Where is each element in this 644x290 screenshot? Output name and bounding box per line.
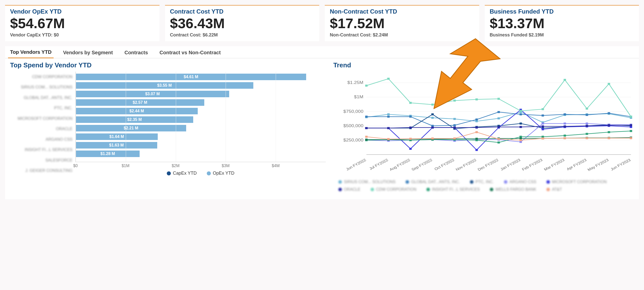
trend-plot[interactable]: $250,000$500,000$750,000$1M$1.25MJun FY2…	[333, 72, 634, 172]
bar-row[interactable]: $2.35 M	[76, 115, 326, 124]
svg-rect-97	[519, 110, 522, 112]
svg-rect-26	[387, 116, 390, 118]
svg-text:Aug FY2022: Aug FY2022	[389, 158, 411, 171]
svg-rect-139	[586, 137, 588, 139]
svg-rect-30	[475, 118, 478, 120]
bar-row[interactable]: $3.07 M	[76, 90, 326, 98]
svg-rect-132	[431, 137, 434, 139]
svg-rect-95	[475, 98, 478, 100]
svg-rect-89	[630, 124, 632, 126]
bar-row[interactable]: $3.55 M	[76, 81, 326, 90]
bar-row[interactable]: $1.28 M	[76, 150, 326, 158]
svg-rect-88	[608, 124, 610, 126]
chart-title: Trend	[333, 61, 634, 69]
trend-legend-item[interactable]: PTC, INC.	[470, 180, 494, 184]
kpi-title: Vendor OpEx YTD	[10, 8, 154, 15]
svg-rect-134	[475, 131, 478, 133]
bar-plot[interactable]: $4.61 M$3.55 M$3.07 M$2.57 M$2.44 M$2.35…	[75, 72, 326, 162]
bar[interactable]: $1.64 M	[76, 133, 158, 140]
svg-rect-66	[409, 148, 412, 150]
bar-category-label: INSIGHT FI...L SERVICES	[10, 146, 72, 154]
svg-rect-100	[586, 108, 588, 110]
bar-legend: CapEx YTD OpEx YTD	[75, 171, 326, 176]
svg-rect-131	[409, 138, 412, 140]
svg-text:Jan FY2023: Jan FY2023	[499, 158, 521, 171]
svg-rect-114	[608, 131, 610, 133]
trend-legend-item[interactable]: CDW CORPORATION	[371, 187, 417, 192]
svg-rect-138	[564, 137, 566, 139]
trend-chart: Trend $250,000$500,000$750,000$1M$1.25MJ…	[333, 61, 634, 192]
svg-rect-32	[519, 113, 522, 115]
bar-x-axis: $0$1M$2M$3M$4M	[75, 164, 326, 169]
chart-title: Top Spend by Vendor YTD	[10, 61, 326, 69]
kpi-title: Non-Contract Cost YTD	[330, 8, 474, 15]
bar[interactable]: $4.61 M	[76, 74, 306, 80]
svg-rect-84	[519, 126, 522, 128]
trend-legend-item[interactable]: INSIGHT FI...L SERVICES	[426, 187, 480, 192]
tab-contract-vs-noncontract[interactable]: Contract vs Non-Contract	[157, 48, 223, 58]
bar-category-label: ORACLE	[10, 125, 72, 133]
bar-row[interactable]: $4.61 M	[76, 73, 326, 81]
svg-rect-109	[497, 141, 500, 143]
bar-row[interactable]: $1.63 M	[76, 141, 326, 150]
svg-rect-35	[586, 114, 588, 116]
svg-rect-133	[453, 137, 456, 139]
trend-legend-item[interactable]: MICROSOFT CORPORATION	[546, 180, 607, 184]
svg-rect-94	[453, 100, 456, 102]
trend-legend-item[interactable]: WELLS FARGO BANK	[490, 187, 536, 192]
bar-row[interactable]: $2.21 M	[76, 124, 326, 132]
svg-rect-17	[475, 120, 478, 122]
svg-rect-110	[519, 136, 522, 138]
svg-rect-130	[387, 138, 390, 140]
svg-rect-83	[497, 126, 500, 128]
bar[interactable]: $2.21 M	[76, 125, 186, 131]
bar[interactable]: $3.07 M	[76, 91, 229, 97]
bar-row[interactable]: $2.44 M	[76, 107, 326, 115]
trend-legend-item[interactable]: ARGANO CSS	[504, 180, 536, 184]
tab-vendors-by-segment[interactable]: Vendors by Segment	[61, 48, 115, 58]
x-tick: $2M	[172, 164, 179, 168]
svg-rect-112	[564, 134, 566, 136]
svg-rect-15	[431, 117, 434, 119]
trend-legend-item[interactable]: GLOBAL DAT...ANTS, INC.	[406, 180, 460, 184]
trend-legend-item[interactable]: AT&T	[546, 187, 562, 192]
svg-rect-113	[586, 133, 588, 135]
svg-rect-82	[475, 126, 478, 128]
svg-text:Oct FY2022: Oct FY2022	[433, 158, 455, 171]
svg-rect-140	[608, 137, 610, 139]
svg-text:Apr FY2023: Apr FY2023	[566, 158, 587, 171]
svg-rect-93	[431, 104, 434, 106]
svg-rect-77	[365, 127, 368, 129]
svg-text:Nov FY2022: Nov FY2022	[455, 158, 477, 171]
bar[interactable]: $1.63 M	[76, 142, 157, 149]
bar-row[interactable]: $1.64 M	[76, 132, 326, 141]
trend-legend-item[interactable]: SIRIUS COM... SOLUTIONS	[338, 180, 395, 184]
svg-text:$500,000: $500,000	[343, 123, 364, 128]
svg-text:Jul FY2022: Jul FY2022	[368, 158, 389, 171]
tab-top-vendors[interactable]: Top Vendors YTD	[8, 47, 54, 58]
x-tick: $3M	[222, 164, 229, 168]
svg-rect-34	[564, 113, 566, 115]
bar[interactable]: $1.28 M	[76, 151, 140, 157]
svg-text:$250,000: $250,000	[343, 138, 364, 142]
kpi-value: $36.43M	[170, 16, 314, 31]
svg-rect-91	[387, 78, 390, 80]
svg-rect-29	[453, 124, 456, 126]
svg-rect-28	[431, 125, 434, 127]
tab-bar: Top Vendors YTD Vendors by Segment Contr…	[5, 46, 639, 58]
bar-row[interactable]: $2.57 M	[76, 98, 326, 107]
tab-contracts[interactable]: Contracts	[123, 48, 150, 58]
svg-rect-76	[630, 126, 632, 128]
svg-rect-81	[453, 126, 456, 128]
svg-text:Mar FY2023: Mar FY2023	[543, 158, 565, 171]
bar-category-label: SALESFORCE	[10, 156, 72, 165]
bar[interactable]: $2.57 M	[76, 99, 204, 106]
svg-rect-115	[630, 130, 632, 132]
kpi-business-funded: Business Funded YTD $13.37M Business Fun…	[485, 5, 639, 41]
bar[interactable]: $3.55 M	[76, 82, 253, 89]
svg-rect-79	[409, 126, 412, 128]
trend-legend-item[interactable]: ORACLE	[338, 187, 360, 192]
bar-category-label: ARGANO CSS	[10, 135, 72, 144]
svg-rect-96	[497, 98, 500, 100]
bar[interactable]: $2.44 M	[76, 108, 198, 114]
